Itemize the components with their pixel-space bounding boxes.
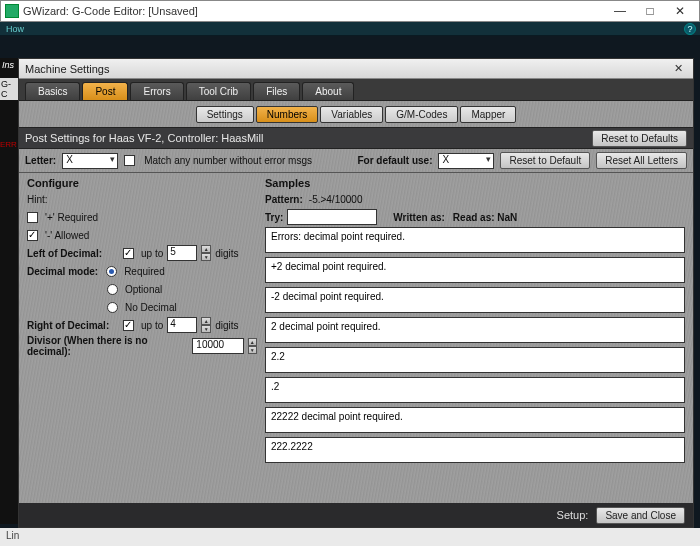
letter-label: Letter: [25,155,56,166]
dec-none-radio[interactable] [107,302,118,313]
reset-to-default-button[interactable]: Reset to Default [500,152,590,169]
bg-err: ERR [0,140,18,149]
app-icon [5,4,19,18]
help-icon[interactable]: ? [684,23,696,35]
hint-row: Hint: [27,191,257,207]
tab-toolcrib[interactable]: Tool Crib [186,82,251,100]
sample-row: 22222 decimal point required. [265,407,685,433]
samples-title: Samples [265,177,685,189]
tab-basics[interactable]: Basics [25,82,80,100]
left-digits-spinner[interactable]: ▲▼ [201,245,211,261]
dec-required-label: Required [124,266,165,277]
sample-row: .2 [265,377,685,403]
right-upto-checkbox[interactable] [123,320,134,331]
tab-files[interactable]: Files [253,82,300,100]
subtab-settings[interactable]: Settings [196,106,254,123]
right-digits-spinner[interactable]: ▲▼ [201,317,211,333]
configure-title: Configure [27,177,257,189]
sample-row: -2 decimal point required. [265,287,685,313]
default-use-label: For default use: [357,155,432,166]
left-digits-input[interactable]: 5 [167,245,197,261]
left-digits-unit: digits [215,248,238,259]
dec-optional-label: Optional [125,284,162,295]
background-left-strip: Ins G-C ERR [0,58,18,524]
try-input[interactable] [287,209,377,225]
reset-to-defaults-button[interactable]: Reset to Defaults [592,130,687,147]
match-any-label: Match any number without error msgs [144,155,312,166]
default-use-select[interactable]: X [438,153,494,169]
left-upto-label: up to [141,248,163,259]
sample-row: +2 decimal point required. [265,257,685,283]
bg-ins: Ins [0,58,18,72]
sample-row: 2.2 [265,347,685,373]
tab-post[interactable]: Post [82,82,128,100]
bg-how: How [6,24,24,34]
pattern-value: -5.>4/10000 [309,194,363,205]
background-statusbar: Lin [0,528,700,546]
bg-gc: G-C [0,78,18,100]
try-label: Try: [265,212,283,223]
maximize-button[interactable]: □ [635,1,665,21]
body-area: Configure Hint: '+' Required '-' Allowed… [19,173,693,503]
right-digits-input[interactable]: 4 [167,317,197,333]
divisor-spinner[interactable]: ▲▼ [248,338,257,354]
samples-panel: Samples Pattern: -5.>4/10000 Try: Writte… [265,173,693,503]
sample-row: 222.2222 [265,437,685,463]
plus-required-label: '+' Required [45,212,98,223]
sub-tabs: Settings Numbers Variables G/M-Codes Map… [19,101,693,127]
letter-controls: Letter: X Match any number without error… [19,149,693,173]
right-digits-unit: digits [215,320,238,331]
left-of-decimal-label: Left of Decimal: [27,248,119,259]
pattern-label: Pattern: [265,194,303,205]
right-upto-label: up to [141,320,163,331]
post-header-label: Post Settings for Haas VF-2, Controller:… [25,132,263,144]
hint-label: Hint: [27,194,48,205]
subtab-gmcodes[interactable]: G/M-Codes [385,106,458,123]
written-as-label: Written as: [393,212,445,223]
dec-required-radio[interactable] [106,266,117,277]
dialog-title: Machine Settings [25,63,109,75]
main-tabs: Basics Post Errors Tool Crib Files About [19,79,693,101]
configure-panel: Configure Hint: '+' Required '-' Allowed… [19,173,265,503]
window-titlebar: GWizard: G-Code Editor: [Unsaved] — □ ✕ [0,0,700,22]
close-window-button[interactable]: ✕ [665,1,695,21]
right-of-decimal-label: Right of Decimal: [27,320,119,331]
plus-required-checkbox[interactable] [27,212,38,223]
sample-row: Errors: decimal point required. [265,227,685,253]
tab-about[interactable]: About [302,82,354,100]
post-header-bar: Post Settings for Haas VF-2, Controller:… [19,127,693,149]
dec-optional-radio[interactable] [107,284,118,295]
setup-label: Setup: [557,509,589,521]
dialog-footer: Setup: Save and Close [19,503,693,527]
window-title: GWizard: G-Code Editor: [Unsaved] [23,5,198,17]
match-any-checkbox[interactable] [124,155,135,166]
machine-settings-dialog: Machine Settings ✕ Basics Post Errors To… [18,58,694,528]
subtab-variables[interactable]: Variables [320,106,383,123]
decimal-mode-label: Decimal mode: [27,266,98,277]
background-toolbar: How ? [0,22,700,36]
subtab-numbers[interactable]: Numbers [256,106,319,123]
divisor-label: Divisor (When there is no decimal): [27,335,184,357]
dialog-close-button[interactable]: ✕ [670,62,687,75]
read-as-label: Read as: NaN [453,212,517,223]
subtab-mapper[interactable]: Mapper [460,106,516,123]
dialog-titlebar[interactable]: Machine Settings ✕ [19,59,693,79]
left-upto-checkbox[interactable] [123,248,134,259]
dash-allowed-checkbox[interactable] [27,230,38,241]
bg-lin: Lin [6,530,19,541]
dec-none-label: No Decimal [125,302,177,313]
minimize-button[interactable]: — [605,1,635,21]
tab-errors[interactable]: Errors [130,82,183,100]
letter-select[interactable]: X [62,153,118,169]
divisor-input[interactable]: 10000 [192,338,243,354]
sample-row: 2 decimal point required. [265,317,685,343]
dash-allowed-label: '-' Allowed [45,230,89,241]
reset-all-letters-button[interactable]: Reset All Letters [596,152,687,169]
save-and-close-button[interactable]: Save and Close [596,507,685,524]
